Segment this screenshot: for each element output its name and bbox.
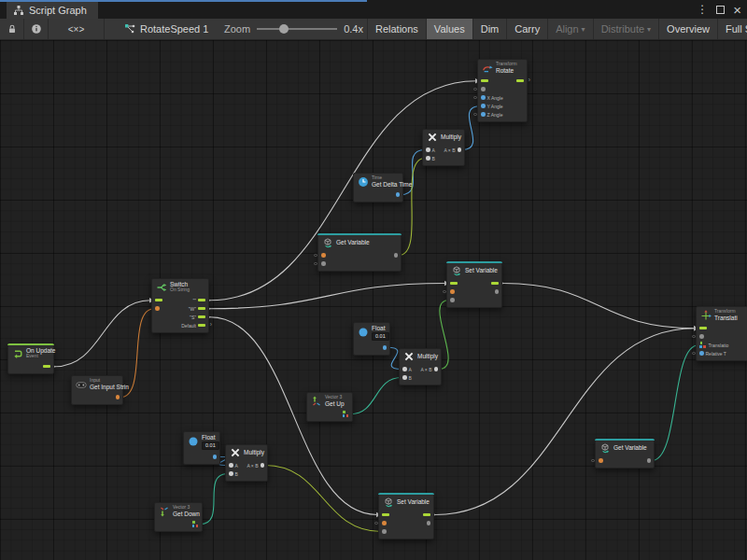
value-port[interactable] xyxy=(213,455,218,459)
node-header: Float0.01 xyxy=(354,323,389,342)
unconnected-port-ring xyxy=(692,335,696,339)
value-port[interactable] xyxy=(481,87,486,91)
flow-port[interactable] xyxy=(516,79,524,83)
node-on-update[interactable]: On UpdateEvent xyxy=(7,343,54,374)
value-port[interactable] xyxy=(321,261,326,266)
inline-value-field[interactable]: 0.01 xyxy=(372,332,389,340)
toolbar-button-carry[interactable]: Carry xyxy=(506,19,547,39)
zoom-slider-knob[interactable] xyxy=(279,24,289,34)
node-titles: InputGet Input Strin xyxy=(90,378,119,390)
toolbar-button-values[interactable]: Values xyxy=(426,19,472,39)
clock-icon xyxy=(358,176,369,188)
value-port[interactable] xyxy=(434,367,439,371)
value-port[interactable] xyxy=(382,529,387,534)
tab-script-graph[interactable]: Script Graph xyxy=(7,2,98,19)
unconnected-port-ring xyxy=(591,459,595,463)
node-translate[interactable]: TransformTranslatiTranslatioRelative T xyxy=(696,306,747,361)
flow-port[interactable] xyxy=(198,315,205,319)
value-port[interactable] xyxy=(450,298,455,302)
toolbar-button-distribute[interactable]: Distribute▾ xyxy=(593,19,658,39)
node-float-bottom[interactable]: Float0.01 xyxy=(183,431,220,465)
value-port[interactable] xyxy=(481,104,486,108)
value-port[interactable] xyxy=(647,458,652,463)
value-port[interactable] xyxy=(229,463,233,468)
value-port[interactable] xyxy=(321,253,326,258)
lock-button[interactable] xyxy=(0,19,24,39)
value-port[interactable] xyxy=(450,289,455,294)
toolbar-button-full-scre[interactable]: Full Scre xyxy=(717,19,747,39)
node-multiply-mid[interactable]: MultiplyAA × BB xyxy=(399,348,442,385)
node-float-top[interactable]: Float0.01 xyxy=(353,322,390,356)
value-port[interactable] xyxy=(116,395,120,399)
node-header: Get Variable xyxy=(318,235,401,249)
node-rotate[interactable]: TransformRotate›X AngleY AngleZ Angle xyxy=(477,59,528,122)
port-label: Y Angle xyxy=(487,104,503,109)
value-port[interactable] xyxy=(426,156,430,161)
code-preview-button[interactable]: <×> xyxy=(49,19,105,39)
value-port[interactable] xyxy=(427,521,431,525)
flow-port[interactable] xyxy=(155,299,162,302)
port-label: A xyxy=(409,367,412,372)
value-port[interactable] xyxy=(382,521,387,525)
node-set-variable-bottom[interactable]: Set Variable xyxy=(378,493,434,539)
info-button[interactable] xyxy=(24,19,49,39)
vector3-port[interactable] xyxy=(192,521,200,527)
toolbar-button-relations[interactable]: Relations xyxy=(367,19,426,39)
flow-port[interactable] xyxy=(198,324,205,328)
port-row xyxy=(321,259,398,268)
node-get-up[interactable]: Vector 3Get Up xyxy=(306,392,353,422)
value-port[interactable] xyxy=(396,192,401,197)
flow-port[interactable] xyxy=(43,365,50,369)
port-row xyxy=(450,287,499,296)
value-port[interactable] xyxy=(599,458,603,463)
node-get-variable-bottom[interactable]: Get Variable xyxy=(595,439,655,469)
value-port[interactable] xyxy=(426,147,430,152)
flow-port[interactable] xyxy=(699,327,707,330)
value-port[interactable] xyxy=(699,334,704,339)
value-port[interactable] xyxy=(261,463,265,468)
close-icon[interactable]: × xyxy=(733,3,741,17)
node-multiply-top[interactable]: MultiplyAA × BB xyxy=(422,129,465,166)
flow-port[interactable] xyxy=(423,513,430,517)
node-get-down[interactable]: Vector 3Get Down xyxy=(154,502,203,532)
node-header: On UpdateEvent xyxy=(8,345,53,360)
node-multiply-bottom[interactable]: MultiplyAA × BB xyxy=(225,444,268,482)
node-switch[interactable]: SwitchOn String"""W""S"Default› xyxy=(151,278,209,333)
value-port[interactable] xyxy=(495,289,500,294)
value-port[interactable] xyxy=(402,375,407,380)
flow-port[interactable] xyxy=(382,513,389,517)
toolbar-button-dim[interactable]: Dim xyxy=(472,19,507,39)
value-port[interactable] xyxy=(383,345,388,350)
value-port[interactable] xyxy=(458,147,462,152)
flow-port[interactable] xyxy=(450,282,458,286)
node-header: TransformRotate xyxy=(478,60,527,75)
node-get-variable-top[interactable]: Get Variable xyxy=(317,233,402,272)
maximize-icon[interactable] xyxy=(716,6,725,14)
flow-port[interactable] xyxy=(198,299,205,302)
flow-port[interactable] xyxy=(491,282,499,286)
value-port[interactable] xyxy=(481,95,486,100)
value-port[interactable] xyxy=(394,253,399,258)
flow-port[interactable] xyxy=(481,79,488,83)
vector3-port[interactable] xyxy=(343,411,350,417)
node-get-input[interactable]: InputGet Input Strin xyxy=(71,375,123,405)
flow-port[interactable] xyxy=(198,307,205,311)
value-port[interactable] xyxy=(402,367,407,371)
toolbar-button-align[interactable]: Align▾ xyxy=(547,19,592,39)
breadcrumb[interactable]: RotateSpeed 1 xyxy=(124,19,208,39)
value-port[interactable] xyxy=(229,471,233,476)
value-port[interactable] xyxy=(155,306,160,311)
port-row: B xyxy=(229,469,264,478)
port-row xyxy=(699,324,746,332)
menu-dots-icon[interactable]: ⋮ xyxy=(697,4,708,15)
inline-value-field[interactable]: 0.01 xyxy=(202,441,219,449)
zoom-slider[interactable] xyxy=(257,28,337,30)
graph-canvas[interactable]: On UpdateEventInputGet Input StrinSwitch… xyxy=(0,40,747,560)
node-get-delta-time[interactable]: TimeGet Delta Time xyxy=(353,173,403,203)
value-port[interactable] xyxy=(699,351,704,356)
node-set-variable-mid[interactable]: Set Variable xyxy=(446,261,502,308)
value-port[interactable] xyxy=(481,112,486,117)
vector3-port[interactable] xyxy=(699,342,707,348)
variable-icon xyxy=(451,265,462,276)
toolbar-button-overview[interactable]: Overview xyxy=(658,19,717,39)
